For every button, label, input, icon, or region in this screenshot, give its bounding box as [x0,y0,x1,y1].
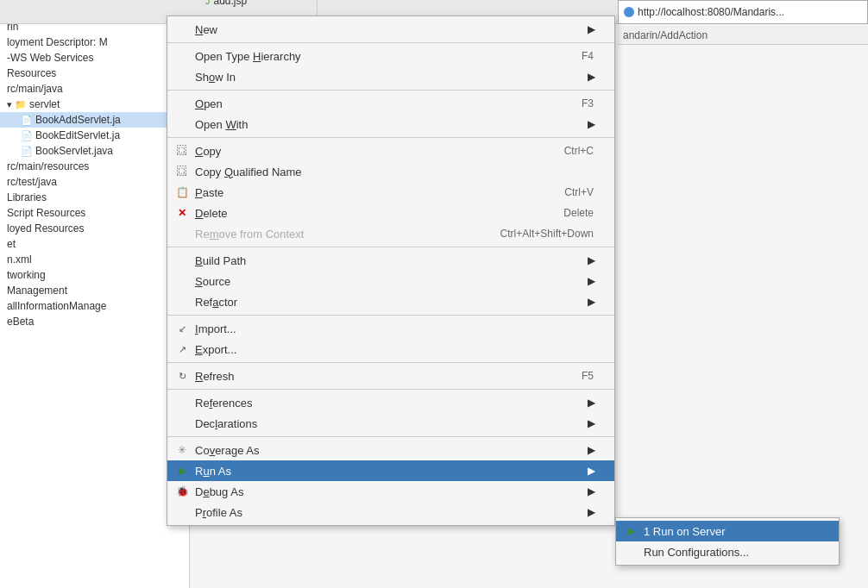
submenu-item-label: 1 Run on Server [644,525,726,538]
menu-item-profile_as[interactable]: Profile As ▶ [167,502,614,522]
submenu-arrow-icon: ▶ [588,23,597,35]
menu-separator [167,137,614,138]
tab-undefined[interactable]: Jadd.jsp [198,0,318,12]
submenu-arrow-icon: ▶ [588,506,597,518]
menu-item-label: Build Path [195,254,246,267]
menu-icon-area: 🐞 [174,485,190,497]
menu-icon-area: ▶ [174,465,190,477]
menu-item-label: Open Type Hierarchy [195,50,301,63]
menu-item-label: Copy [195,145,221,158]
shortcut-label: F3 [582,97,597,109]
shortcut-label: Ctrl+Alt+Shift+Down [500,228,597,240]
menu-separator [167,247,614,247]
menu-item-label: Refactor [195,296,237,309]
tree-item[interactable]: eBeta [0,314,189,329]
menu-item-copy_qualified_name[interactable]: ⿴ Copy Qualified Name [167,161,614,182]
menu-item-open[interactable]: Open F3 [167,93,614,114]
tree-item[interactable]: loyment Descriptor: M [0,34,189,50]
menu-separator [167,315,614,316]
menu-icon-area: ⿴ [174,145,190,157]
tree-item[interactable]: 📄BookAddServlet.ja [0,112,189,128]
menu-item-label: References [195,397,253,410]
menu-item-label: Declarations [195,417,257,430]
menu-icon-area: ↻ [174,371,190,382]
tree-item[interactable]: 📄BookEditServlet.ja [0,128,189,143]
menu-separator [167,42,614,43]
menu-item-delete[interactable]: ✕ Delete Delete [167,203,614,223]
shortcut-label: F5 [582,370,597,382]
menu-item-run_as[interactable]: ▶ Run As ▶ [167,460,614,481]
menu-separator [167,362,614,363]
menu-item-label: Profile As [195,506,242,519]
tree-item[interactable]: tworking [0,267,189,283]
submenu-item-run_on_server[interactable]: ▶ 1 Run on Server [616,521,839,541]
menu-item-label: Export... [195,343,236,356]
url-bar[interactable]: http://localhost:8080/Mandaris... [618,0,868,24]
tree-item[interactable]: rc/test/java [0,174,189,190]
menu-icon-area: ✕ [174,207,190,219]
tree-item[interactable]: -WS Web Services [0,50,189,66]
tree-item[interactable]: Script Resources [0,205,189,221]
submenu-item-label: Run Configurations... [644,546,749,559]
tree-item[interactable]: et [0,236,189,252]
menu-item-label: Show In [195,71,236,84]
shortcut-label: Ctrl+C [564,145,597,157]
submenu-arrow-icon: ▶ [588,485,597,497]
explorer-panel: Explorer ✕ rinloyment Descriptor: M-WS W… [0,0,190,588]
menu-item-remove_from_context: Remove from Context Ctrl+Alt+Shift+Down [167,223,614,244]
menu-item-references[interactable]: References ▶ [167,392,614,413]
menu-item-open_with[interactable]: Open With ▶ [167,114,614,134]
menu-icon-area: ⿴ [174,166,190,178]
menu-item-label: Remove from Context [195,228,304,241]
menu-item-label: Refresh [195,370,235,383]
tree-item[interactable]: allInformationManage [0,298,189,314]
menu-item-refresh[interactable]: ↻ Refresh F5 [167,366,614,386]
menu-item-label: Open [195,97,223,110]
submenu-arrow-icon: ▶ [588,417,597,429]
tree-item[interactable]: Management [0,283,189,298]
menu-item-build_path[interactable]: Build Path ▶ [167,250,614,271]
menu-item-debug_as[interactable]: 🐞 Debug As ▶ [167,481,614,502]
menu-icon-area: ↗ [174,344,190,355]
menu-item-label: Copy Qualified Name [195,166,302,178]
menu-separator [167,436,614,437]
menu-icon-area: 📋 [174,186,190,198]
tree-item[interactable]: rc/main/resources [0,159,189,174]
menu-item-export[interactable]: ↗ Export... [167,339,614,360]
menu-separator [167,90,614,91]
menu-item-refactor[interactable]: Refactor ▶ [167,291,614,312]
shortcut-label: Ctrl+V [564,186,597,198]
tree-item[interactable]: rc/main/java [0,81,189,97]
menu-separator [167,389,614,390]
menu-item-coverage_as[interactable]: ✳ Coverage As ▶ [167,440,614,460]
tree-item[interactable]: 📄BookServlet.java [0,143,189,159]
tree-item[interactable]: n.xml [0,252,189,267]
menu-item-source[interactable]: Source ▶ [167,271,614,291]
submenu: ▶ 1 Run on Server Run Configurations... [615,517,840,566]
menu-item-declarations[interactable]: Declarations ▶ [167,413,614,434]
tree-item[interactable]: Libraries [0,190,189,205]
menu-item-copy[interactable]: ⿴ Copy Ctrl+C [167,141,614,161]
menu-icon-area: ↙ [174,323,190,335]
submenu-arrow-icon: ▶ [588,275,597,287]
submenu-arrow-icon: ▶ [588,465,597,477]
menu-item-open_type_hierarchy[interactable]: Open Type Hierarchy F4 [167,46,614,66]
menu-item-show_in[interactable]: Show In ▶ [167,66,614,87]
menu-item-paste[interactable]: 📋 Paste Ctrl+V [167,182,614,203]
menu-item-new[interactable]: New ▶ [167,19,614,40]
tree-item[interactable]: ▾📁servlet [0,97,189,112]
submenu-item-run_configurations[interactable]: Run Configurations... [616,541,839,562]
submenu-arrow-icon: ▶ [588,397,597,409]
url-text: http://localhost:8080/Mandaris... [638,6,784,18]
menu-icon-area: ✳ [174,444,190,456]
menu-item-label: Delete [195,207,228,220]
url-icon [624,7,634,17]
menu-item-import[interactable]: ↙ Import... [167,318,614,339]
tree-item[interactable]: Resources [0,66,189,81]
shortcut-label: Delete [563,207,597,219]
url-subtext: andarin/AddAction [623,29,708,41]
tree-item[interactable]: loyed Resources [0,221,189,236]
menu-item-label: Import... [195,322,236,335]
tree-container: rinloyment Descriptor: M-WS Web Services… [0,19,189,329]
submenu-arrow-icon: ▶ [588,71,597,83]
